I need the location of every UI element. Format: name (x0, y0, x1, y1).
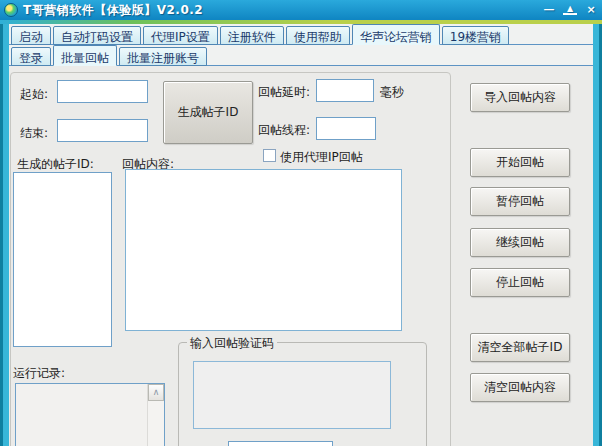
reply-delay-label: 回帖延时: (258, 84, 310, 101)
use-proxy-checkbox[interactable] (263, 149, 276, 162)
window-frame-left (0, 24, 9, 446)
run-log-label: 运行记录: (13, 365, 65, 382)
milliseconds-label: 毫秒 (380, 84, 404, 101)
reply-content-textarea[interactable] (125, 169, 402, 331)
captcha-input[interactable] (228, 441, 333, 446)
start-id-input[interactable] (57, 80, 148, 103)
reply-delay-input[interactable] (316, 79, 374, 102)
tab-register-software[interactable]: 注册软件 (220, 26, 284, 45)
captcha-group: 输入回帖验证码 (178, 342, 427, 446)
stop-reply-button[interactable]: 停止回帖 (470, 268, 570, 297)
app-icon (4, 3, 18, 17)
reply-threads-input[interactable] (316, 117, 376, 140)
tab-auto-captcha-settings[interactable]: 自动打码设置 (53, 26, 141, 45)
maximize-icon[interactable]: ▲ (563, 5, 577, 15)
sub-tab-bar: 登录 批量回帖 批量注册账号 (9, 45, 593, 66)
use-proxy-label: 使用代理IP回帖 (280, 149, 363, 166)
tab-19lou[interactable]: 19楼营销 (442, 26, 509, 45)
tab-huasheng-forum[interactable]: 华声论坛营销 (352, 24, 440, 45)
continue-reply-button[interactable]: 继续回帖 (470, 228, 570, 257)
clear-all-post-ids-button[interactable]: 清空全部帖子ID (470, 333, 570, 362)
start-label: 起始: (20, 86, 48, 103)
run-log-box[interactable]: ∧ (15, 383, 165, 446)
import-reply-content-button[interactable]: 导入回帖内容 (470, 83, 570, 112)
app-window: T哥营销软件【体验版】V2.0.2 — ▲ × 启动 自动打码设置 代理IP设置… (0, 0, 602, 446)
pause-reply-button[interactable]: 暂停回帖 (470, 187, 570, 216)
captcha-image-box (193, 361, 391, 429)
scroll-up-icon[interactable]: ∧ (148, 384, 164, 401)
window-controls: — ▲ × (542, 4, 598, 16)
end-id-input[interactable] (57, 119, 148, 142)
generate-post-id-button[interactable]: 生成帖子ID (163, 81, 253, 144)
start-reply-button[interactable]: 开始回帖 (470, 148, 570, 177)
close-icon[interactable]: × (584, 4, 598, 16)
tab-batch-register[interactable]: 批量注册账号 (119, 47, 207, 66)
tab-proxy-ip-settings[interactable]: 代理IP设置 (143, 26, 218, 45)
clear-reply-content-button[interactable]: 清空回帖内容 (470, 373, 570, 402)
window-frame-right (593, 24, 602, 446)
tab-qidong[interactable]: 启动 (11, 26, 51, 45)
end-label: 结束: (20, 125, 48, 142)
minimize-icon[interactable]: — (542, 4, 556, 16)
reply-threads-label: 回帖线程: (258, 122, 310, 139)
window-title: T哥营销软件【体验版】V2.0.2 (23, 2, 203, 19)
tab-batch-reply[interactable]: 批量回帖 (53, 45, 117, 66)
generated-ids-listbox[interactable] (13, 172, 112, 347)
run-log-scrollbar[interactable]: ∧ (147, 384, 164, 446)
main-tab-bar: 启动 自动打码设置 代理IP设置 注册软件 使用帮助 华声论坛营销 19楼营销 (9, 24, 593, 45)
tab-help[interactable]: 使用帮助 (286, 26, 350, 45)
captcha-group-label: 输入回帖验证码 (187, 335, 277, 352)
generated-ids-label: 生成的帖子ID: (17, 156, 94, 173)
title-bar: T哥营销软件【体验版】V2.0.2 — ▲ × (0, 0, 602, 20)
tab-login[interactable]: 登录 (11, 47, 51, 66)
